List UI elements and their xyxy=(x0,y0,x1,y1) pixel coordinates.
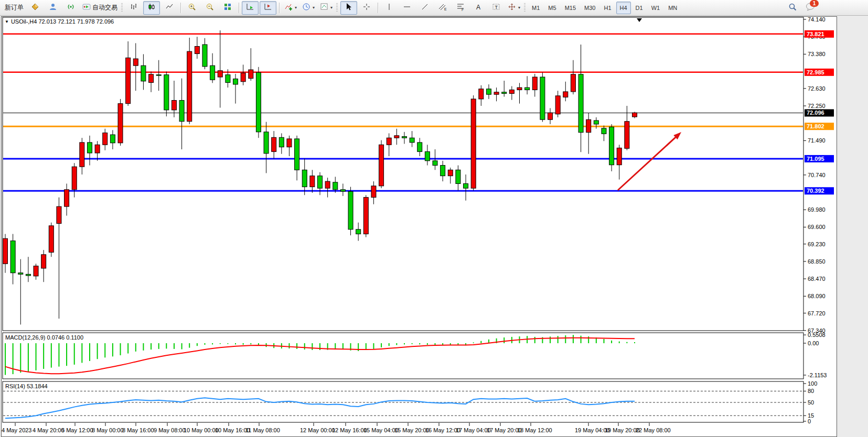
svg-text:68.090: 68.090 xyxy=(808,293,826,299)
text-icon: A xyxy=(474,3,483,13)
fibonacci-icon: F xyxy=(456,3,465,13)
svg-text:T: T xyxy=(495,5,498,10)
crosshair-icon xyxy=(362,3,371,13)
toolbar-right-group: 1 xyxy=(784,1,816,15)
toolbar-grip xyxy=(336,3,338,13)
chevron-down-icon: ▾ xyxy=(295,5,297,10)
cursor-button[interactable] xyxy=(340,1,357,15)
chart-canvas[interactable]: 74.14073.76073.38072.63072.25071.49070.7… xyxy=(2,17,835,435)
chart-shift-button[interactable] xyxy=(260,1,276,15)
rsi-panel xyxy=(3,381,803,422)
svg-text:9 May 08:00: 9 May 08:00 xyxy=(154,427,186,433)
fibonacci-button[interactable]: F xyxy=(452,1,469,15)
svg-text:72.630: 72.630 xyxy=(808,85,826,92)
svg-text:12 May 16:00: 12 May 16:00 xyxy=(332,427,367,433)
periods-button[interactable]: ▾ xyxy=(300,1,317,15)
toolbar-grip xyxy=(524,3,526,13)
add-indicator-button[interactable]: ▾ xyxy=(282,1,299,15)
trendline-button[interactable] xyxy=(416,1,433,15)
community-button[interactable] xyxy=(45,1,61,15)
macd-indicator-label: MACD(12,26,9) 0.0746 0.1100 xyxy=(5,334,83,341)
svg-text:72.985: 72.985 xyxy=(807,69,824,75)
svg-text:11 May 08:00: 11 May 08:00 xyxy=(245,427,280,433)
text-label-button[interactable]: T xyxy=(488,1,505,15)
autotrade-label: 自动交易 xyxy=(92,3,117,12)
auto-scroll-icon xyxy=(246,3,254,13)
main-toolbar: 新订单 自动交易 ▾ ▾ xyxy=(0,0,868,16)
vertical-line-icon xyxy=(385,3,393,13)
svg-text:10 May 16:00: 10 May 16:00 xyxy=(215,427,250,433)
line-chart-icon xyxy=(165,3,174,13)
text-label-icon: T xyxy=(492,3,500,13)
bar-chart-icon xyxy=(130,3,138,13)
notification-badge: 1 xyxy=(810,0,819,7)
timeframe-button-M30[interactable]: M30 xyxy=(581,2,599,14)
zoom-out-button[interactable] xyxy=(201,1,218,15)
svg-text:69.980: 69.980 xyxy=(808,206,826,213)
timeframe-button-MN[interactable]: MN xyxy=(665,2,681,14)
timeframe-button-D1[interactable]: D1 xyxy=(632,2,647,14)
zoom-out-icon xyxy=(206,3,214,13)
svg-text:74.140: 74.140 xyxy=(808,17,826,23)
svg-text:71.802: 71.802 xyxy=(807,123,824,129)
zoom-in-icon xyxy=(188,3,196,13)
signals-icon xyxy=(67,3,75,13)
svg-text:F: F xyxy=(462,8,464,11)
template-button[interactable]: ▾ xyxy=(318,1,335,15)
timeframe-button-M15[interactable]: M15 xyxy=(561,2,580,14)
chart-shift-icon xyxy=(264,3,272,13)
candlestick-chart-icon xyxy=(147,3,156,13)
new-order-label: 新订单 xyxy=(5,3,24,12)
main-panel xyxy=(3,17,803,331)
line-chart-button[interactable] xyxy=(161,1,178,15)
tile-windows-button[interactable] xyxy=(219,1,236,15)
zoom-in-button[interactable] xyxy=(184,1,200,15)
autotrade-icon xyxy=(82,3,91,13)
horizontal-line-button[interactable] xyxy=(399,1,415,15)
new-order-button[interactable]: 新订单 xyxy=(3,1,26,15)
rsi-indicator-label: RSI(14) 53.1844 xyxy=(5,383,48,389)
vertical-line-button[interactable] xyxy=(381,1,398,15)
crosshair-button[interactable] xyxy=(358,1,375,15)
timeframe-button-H1[interactable]: H1 xyxy=(600,2,615,14)
community-icon xyxy=(49,3,57,13)
chevron-down-icon: ▾ xyxy=(330,5,333,10)
svg-text:69.230: 69.230 xyxy=(808,241,826,247)
candlestick-chart-button[interactable] xyxy=(143,1,160,15)
svg-text:22 May 08:00: 22 May 08:00 xyxy=(636,427,671,433)
toolbar-separator xyxy=(279,3,280,13)
arrows-button[interactable]: ▾ xyxy=(506,1,522,15)
chart-menu-triangle-icon[interactable]: ▼ xyxy=(5,19,9,24)
price-axis: 74.14073.76073.38072.63072.25071.49070.7… xyxy=(803,17,826,334)
svg-text:8 May 16:00: 8 May 16:00 xyxy=(122,427,154,433)
svg-text:10 May 00:00: 10 May 00:00 xyxy=(184,427,219,433)
trendline-icon xyxy=(421,3,429,13)
text-button[interactable]: A xyxy=(470,1,487,15)
auto-scroll-button[interactable] xyxy=(242,1,259,15)
arrows-icon xyxy=(508,3,516,13)
bar-chart-button[interactable] xyxy=(125,1,142,15)
svg-text:72.250: 72.250 xyxy=(808,103,826,109)
svg-text:68.470: 68.470 xyxy=(808,276,826,282)
svg-text:15 May 04:00: 15 May 04:00 xyxy=(363,427,399,433)
chevron-down-icon: ▾ xyxy=(313,5,315,10)
svg-text:70.392: 70.392 xyxy=(807,188,824,194)
toolbar-separator xyxy=(378,3,378,13)
svg-text:73.821: 73.821 xyxy=(807,31,824,37)
timeframe-button-M1[interactable]: M1 xyxy=(528,2,543,14)
svg-text:72.096: 72.096 xyxy=(807,110,824,116)
signals-button[interactable] xyxy=(62,1,79,15)
timeframe-button-W1[interactable]: W1 xyxy=(648,2,664,14)
svg-text:16 May 12:00: 16 May 12:00 xyxy=(425,427,460,433)
autotrade-button[interactable]: 自动交易 xyxy=(80,1,120,15)
svg-text:12 May 00:00: 12 May 00:00 xyxy=(300,427,335,433)
search-button[interactable] xyxy=(784,1,801,15)
chat-button[interactable]: 1 xyxy=(806,2,816,13)
svg-text:E: E xyxy=(444,7,447,11)
equidistant-channel-button[interactable]: E xyxy=(434,1,451,15)
timeframe-button-M5[interactable]: M5 xyxy=(544,2,560,14)
timeframe-button-H4[interactable]: H4 xyxy=(616,2,631,14)
svg-text:67.720: 67.720 xyxy=(808,310,826,316)
mql-button[interactable] xyxy=(27,1,44,15)
toolbar-grip xyxy=(121,3,123,13)
